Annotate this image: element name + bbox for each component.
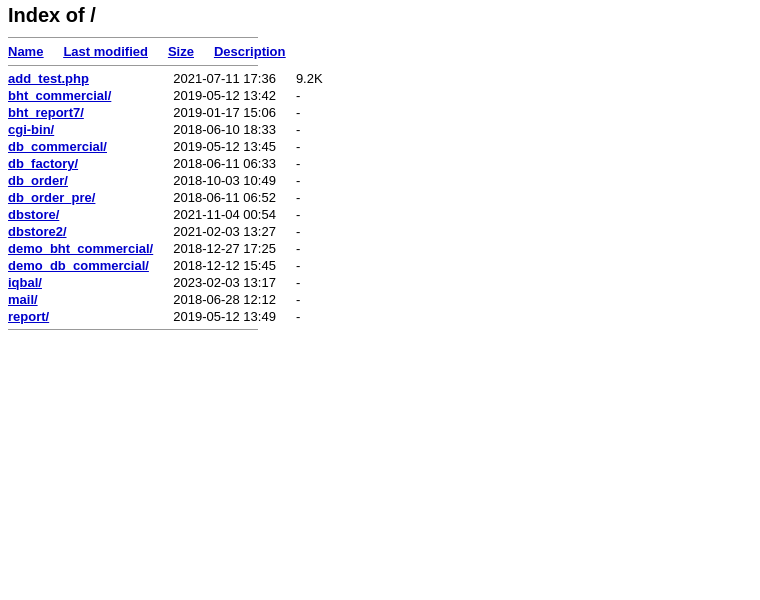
entry-size: - <box>296 223 343 240</box>
entry-name[interactable]: db_factory/ <box>8 155 173 172</box>
entry-size: - <box>296 172 343 189</box>
entry-description <box>343 104 363 121</box>
entry-date: 2018-06-11 06:33 <box>173 155 296 172</box>
entry-size: - <box>296 138 343 155</box>
entry-date: 2021-02-03 13:27 <box>173 223 296 240</box>
table-row: cgi-bin/2018-06-10 18:33- <box>8 121 363 138</box>
entry-size: - <box>296 291 343 308</box>
entry-description <box>343 206 363 223</box>
entry-size: - <box>296 274 343 291</box>
entry-date: 2018-12-12 15:45 <box>173 257 296 274</box>
table-row: demo_db_commercial/2018-12-12 15:45- <box>8 257 363 274</box>
entry-date: 2023-02-03 13:17 <box>173 274 296 291</box>
entry-size: - <box>296 206 343 223</box>
entry-description <box>343 138 363 155</box>
table-row: report/2019-05-12 13:49- <box>8 308 363 325</box>
top-divider <box>8 37 258 38</box>
entry-description <box>343 70 363 87</box>
table-row: dbstore2/2021-02-03 13:27- <box>8 223 363 240</box>
table-row: bht_report7/2019-01-17 15:06- <box>8 104 363 121</box>
description-column-header[interactable]: Description <box>214 42 306 61</box>
table-row: db_factory/2018-06-11 06:33- <box>8 155 363 172</box>
table-row: db_order/2018-10-03 10:49- <box>8 172 363 189</box>
entry-size: 9.2K <box>296 70 343 87</box>
entry-date: 2018-06-28 12:12 <box>173 291 296 308</box>
entry-date: 2019-01-17 15:06 <box>173 104 296 121</box>
entry-size: - <box>296 308 343 325</box>
entry-description <box>343 240 363 257</box>
entry-name[interactable]: mail/ <box>8 291 173 308</box>
entry-description <box>343 308 363 325</box>
entry-size: - <box>296 87 343 104</box>
entry-name[interactable]: iqbal/ <box>8 274 173 291</box>
entry-size: - <box>296 189 343 206</box>
column-headers: Name Last modified Size Description <box>8 42 305 61</box>
entry-description <box>343 172 363 189</box>
entry-date: 2021-07-11 17:36 <box>173 70 296 87</box>
entry-description <box>343 155 363 172</box>
entry-name[interactable]: add_test.php <box>8 70 173 87</box>
table-row: mail/2018-06-28 12:12- <box>8 291 363 308</box>
table-row: db_commercial/2019-05-12 13:45- <box>8 138 363 155</box>
entry-name[interactable]: cgi-bin/ <box>8 121 173 138</box>
entries-table: add_test.php2021-07-11 17:369.2Kbht_comm… <box>8 70 363 325</box>
entry-description <box>343 87 363 104</box>
bottom-divider <box>8 329 258 330</box>
entry-date: 2021-11-04 00:54 <box>173 206 296 223</box>
entry-name[interactable]: db_commercial/ <box>8 138 173 155</box>
entry-name[interactable]: db_order_pre/ <box>8 189 173 206</box>
entry-description <box>343 121 363 138</box>
table-row: bht_commercial/2019-05-12 13:42- <box>8 87 363 104</box>
entry-date: 2018-06-11 06:52 <box>173 189 296 206</box>
entry-description <box>343 257 363 274</box>
entry-name[interactable]: demo_bht_commercial/ <box>8 240 173 257</box>
entry-name[interactable]: dbstore2/ <box>8 223 173 240</box>
entry-size: - <box>296 257 343 274</box>
entry-size: - <box>296 121 343 138</box>
table-row: dbstore/2021-11-04 00:54- <box>8 206 363 223</box>
table-row: iqbal/2023-02-03 13:17- <box>8 274 363 291</box>
entry-name[interactable]: report/ <box>8 308 173 325</box>
page-title: Index of / <box>8 4 752 27</box>
last-modified-column-header[interactable]: Last modified <box>63 42 168 61</box>
entry-name[interactable]: demo_db_commercial/ <box>8 257 173 274</box>
entry-description <box>343 223 363 240</box>
entry-date: 2018-10-03 10:49 <box>173 172 296 189</box>
entry-name[interactable]: bht_report7/ <box>8 104 173 121</box>
header-divider <box>8 65 258 66</box>
entry-name[interactable]: dbstore/ <box>8 206 173 223</box>
entry-date: 2018-06-10 18:33 <box>173 121 296 138</box>
table-row: demo_bht_commercial/2018-12-27 17:25- <box>8 240 363 257</box>
entry-name[interactable]: bht_commercial/ <box>8 87 173 104</box>
entry-description <box>343 189 363 206</box>
entry-description <box>343 274 363 291</box>
entry-date: 2018-12-27 17:25 <box>173 240 296 257</box>
entry-size: - <box>296 240 343 257</box>
entry-size: - <box>296 104 343 121</box>
table-row: add_test.php2021-07-11 17:369.2K <box>8 70 363 87</box>
entry-date: 2019-05-12 13:49 <box>173 308 296 325</box>
name-column-header[interactable]: Name <box>8 42 63 61</box>
size-column-header[interactable]: Size <box>168 42 214 61</box>
directory-listing: Name Last modified Size Description <box>8 42 305 61</box>
table-row: db_order_pre/2018-06-11 06:52- <box>8 189 363 206</box>
entry-date: 2019-05-12 13:45 <box>173 138 296 155</box>
entry-date: 2019-05-12 13:42 <box>173 87 296 104</box>
entry-size: - <box>296 155 343 172</box>
entry-description <box>343 291 363 308</box>
entry-name[interactable]: db_order/ <box>8 172 173 189</box>
